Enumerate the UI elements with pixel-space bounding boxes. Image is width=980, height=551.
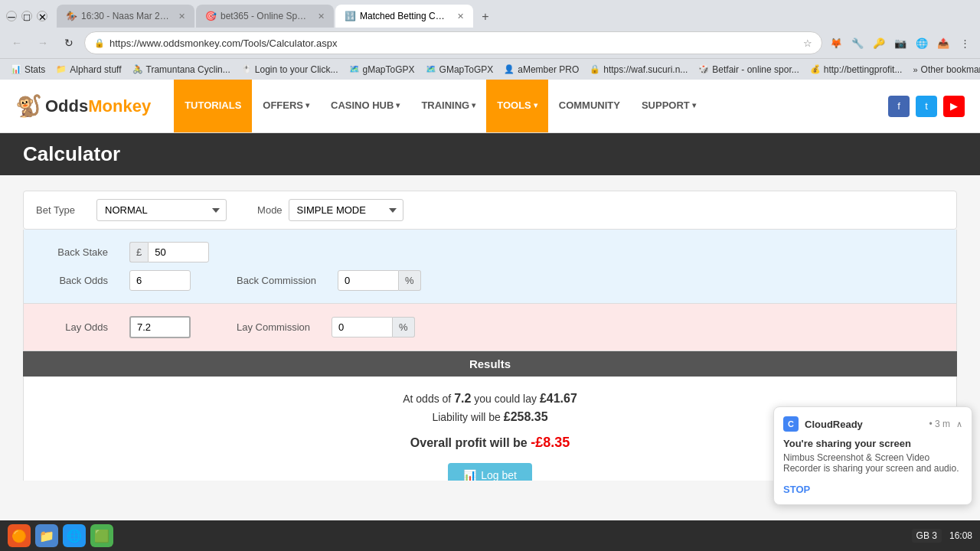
back-commission-input[interactable]	[338, 270, 399, 291]
cloudready-popup: C CloudReady • 3 m ∧ You're sharing your…	[773, 406, 972, 481]
forward-button[interactable]: →	[32, 32, 54, 54]
extension-icon-1[interactable]: 🦊	[827, 34, 845, 52]
gmap1-icon: 🗺️	[349, 64, 360, 74]
tab-1[interactable]: 🏇 16:30 - Naas Mar 23 | Horse Ra... ✕	[57, 5, 194, 28]
log-bet-label: Log bet	[481, 469, 517, 481]
extension-icon-5[interactable]: 🌐	[913, 34, 931, 52]
cloudready-title: CloudReady	[805, 419, 863, 430]
bookmark-betfair[interactable]: 🎲 Betfair - online spor...	[694, 63, 803, 77]
lay-commission-suffix: %	[393, 317, 415, 337]
back-odds-input[interactable]	[129, 270, 191, 291]
bookmark-label-tramuntana: Tramuntana Cyclin...	[146, 64, 230, 75]
lay-odds-row: Lay Odds Lay Commission %	[39, 316, 941, 338]
reload-button[interactable]: ↻	[58, 32, 80, 54]
nav-training[interactable]: TRAINING ▾	[410, 80, 486, 132]
nav-tools[interactable]: TOOLS ▾	[486, 80, 548, 132]
cloudready-logo: C	[783, 416, 799, 432]
extension-icon-4[interactable]: 📷	[891, 34, 910, 52]
new-tab-button[interactable]: +	[475, 6, 496, 28]
youtube-icon[interactable]: ▶	[943, 96, 965, 117]
bookmark-sucuri[interactable]: 🔒 https://waf.sucuri.n...	[585, 63, 692, 77]
bet-type-select[interactable]: NORMAL EACH WAY SNB DUTCHING	[96, 199, 227, 221]
tab-close-1[interactable]: ✕	[178, 11, 185, 21]
bookmark-gmaptogpx1[interactable]: 🗺️ gMapToGPX	[345, 63, 420, 77]
back-stake-input-group: £	[129, 242, 209, 262]
logo-area[interactable]: 🐒 OddsMonkey	[15, 93, 151, 119]
back-stake-prefix: £	[129, 242, 148, 262]
bookmark-bettingprofit[interactable]: 💰 http://bettingprofit...	[805, 63, 907, 77]
nav-offers[interactable]: OFFERS ▾	[252, 80, 320, 132]
cloudready-sharing-title: You're sharing your screen	[783, 438, 962, 449]
mode-label: Mode	[257, 204, 283, 216]
bookmark-tramuntana[interactable]: 🚴 Tramuntana Cyclin...	[128, 63, 235, 77]
nav-casino-hub-label: CASINO HUB	[331, 99, 394, 111]
bookmark-amember[interactable]: 👤 aMember PRO	[499, 63, 583, 77]
gmap2-icon: 🗺️	[426, 64, 436, 74]
nav-community[interactable]: COMMUNITY	[548, 80, 631, 132]
extension-icon-6[interactable]: 📤	[934, 34, 952, 52]
bookmark-other[interactable]: » Other bookmarks	[908, 63, 980, 77]
social-icons: f t ▶	[888, 96, 965, 117]
close-button[interactable]: ✕	[37, 11, 47, 21]
offers-arrow-icon: ▾	[305, 101, 309, 109]
page-title: Calculator	[23, 142, 120, 165]
overall-profit-value: -£8.35	[531, 435, 570, 450]
login-icon: 🖱️	[241, 64, 252, 74]
back-commission-label: Back Commission	[237, 275, 316, 286]
back-stake-input[interactable]	[148, 242, 209, 262]
bookmark-label-bettingprofit: http://bettingprofit...	[824, 64, 903, 75]
extension-icon-2[interactable]: 🔧	[848, 34, 867, 52]
tab-2[interactable]: 🎯 bet365 - Online Sports Betting ✕	[196, 5, 334, 28]
tab-3[interactable]: 🔢 Matched Betting Calculator – F... ✕	[335, 5, 473, 28]
minimize-button[interactable]: ─	[6, 11, 17, 21]
bookmark-label-gmap2: GMapToGPX	[439, 64, 494, 75]
lay-commission-input[interactable]	[332, 317, 393, 337]
lay-odds-label: Lay Odds	[39, 321, 108, 333]
cloudready-chevron-icon[interactable]: ∧	[956, 419, 962, 429]
twitter-icon[interactable]: t	[916, 96, 937, 117]
tab-close-3[interactable]: ✕	[457, 11, 464, 21]
bookmark-gmaptogpx2[interactable]: 🗺️ GMapToGPX	[421, 63, 498, 77]
log-bet-button[interactable]: 📊 Log bet	[448, 463, 532, 481]
page-banner: Calculator	[0, 133, 980, 175]
window-controls: ─ □ ✕	[6, 11, 47, 21]
tab-title-1: 16:30 - Naas Mar 23 | Horse Ra...	[81, 11, 171, 21]
results-odds: 7.2	[454, 392, 471, 405]
back-button[interactable]: ←	[6, 32, 28, 54]
nav-casino-hub[interactable]: CASINO HUB ▾	[320, 80, 410, 132]
nav-tutorials[interactable]: TUTORIALS	[174, 80, 252, 132]
nav-tutorials-label: TUTORIALS	[185, 99, 241, 111]
results-liability-prefix: Liability will be	[432, 411, 503, 423]
nav-support[interactable]: SUPPORT ▾	[631, 80, 707, 132]
url-bar[interactable]: 🔒 https://www.oddsmonkey.com/Tools/Calcu…	[84, 31, 822, 54]
logo-monkey-icon: 🐒	[15, 93, 42, 119]
tab-close-2[interactable]: ✕	[318, 11, 325, 21]
extension-icon-3[interactable]: 🔑	[870, 34, 888, 52]
maximize-button[interactable]: □	[21, 11, 32, 21]
back-section: Back Stake £ Back Odds Back Commission %	[23, 230, 957, 304]
bookmark-star-icon[interactable]: ☆	[803, 37, 812, 49]
support-arrow-icon: ▾	[692, 101, 696, 109]
tools-arrow-icon: ▾	[534, 101, 537, 109]
training-arrow-icon: ▾	[472, 101, 475, 109]
lay-odds-input[interactable]	[129, 316, 191, 338]
nav-training-label: TRAINING	[421, 99, 469, 111]
bookmark-label-betfair: Betfair - online spor...	[712, 64, 799, 75]
bookmark-label-alphard: Alphard stuff	[70, 64, 121, 75]
back-odds-row: Back Odds Back Commission %	[39, 270, 941, 291]
overall-profit-label: Overall profit will be	[410, 436, 528, 449]
bookmark-alphard[interactable]: 📁 Alphard stuff	[51, 63, 126, 77]
mode-select[interactable]: SIMPLE MODE ADVANCED MODE	[289, 199, 403, 221]
toolbar-icons: 🦊 🔧 🔑 📷 🌐 📤 ⋮	[827, 34, 974, 52]
sucuri-icon: 🔒	[590, 64, 600, 74]
back-stake-label: Back Stake	[39, 246, 108, 258]
bookmark-stats[interactable]: 📊 Stats	[6, 63, 50, 77]
bookmark-login[interactable]: 🖱️ Login to your Click...	[237, 63, 343, 77]
nav-menu: TUTORIALS OFFERS ▾ CASINO HUB ▾ TRAINING…	[174, 80, 707, 132]
facebook-icon[interactable]: f	[888, 96, 910, 117]
casino-hub-arrow-icon: ▾	[396, 101, 400, 109]
menu-icon[interactable]: ⋮	[956, 34, 974, 52]
alphard-icon: 📁	[56, 64, 67, 74]
results-at-odds-prefix: At odds of	[403, 393, 454, 405]
amember-icon: 👤	[504, 64, 514, 74]
